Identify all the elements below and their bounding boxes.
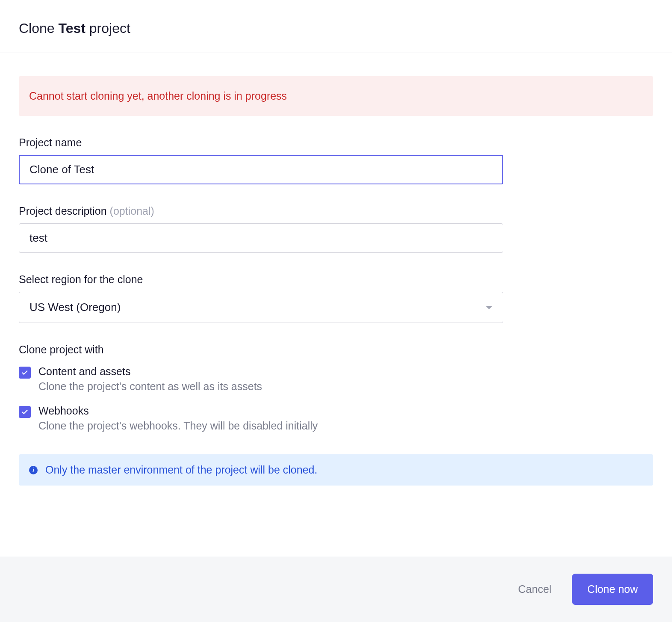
title-suffix: project xyxy=(85,21,130,36)
project-description-label: Project description (optional) xyxy=(19,205,653,217)
checkbox-content: Content and assets Clone the project's c… xyxy=(38,365,653,393)
checkbox-title: Webhooks xyxy=(38,405,653,417)
checkbox-content: Webhooks Clone the project's webhooks. T… xyxy=(38,405,653,432)
project-name-label: Project name xyxy=(19,136,653,149)
checkbox-description: Clone the project's content as well as i… xyxy=(38,380,653,393)
check-icon xyxy=(21,369,29,376)
dialog-content: Cannot start cloning yet, another clonin… xyxy=(0,53,672,557)
dialog-footer: Cancel Clone now xyxy=(0,557,672,622)
info-message: Only the master environment of the proje… xyxy=(45,464,317,476)
cancel-button[interactable]: Cancel xyxy=(510,575,560,603)
page-title: Clone Test project xyxy=(19,21,653,36)
clone-with-label: Clone project with xyxy=(19,344,653,356)
project-description-group: Project description (optional) xyxy=(19,205,653,253)
clone-with-group: Clone project with Content and assets Cl… xyxy=(19,344,653,432)
region-select[interactable]: US West (Oregon) xyxy=(19,292,503,323)
title-project-name: Test xyxy=(59,21,85,36)
error-message: Cannot start cloning yet, another clonin… xyxy=(29,90,287,102)
checkbox-item-content-assets: Content and assets Clone the project's c… xyxy=(19,365,653,393)
checkbox-group: Content and assets Clone the project's c… xyxy=(19,365,653,432)
checkbox-content-assets[interactable] xyxy=(19,367,31,379)
dialog-header: Clone Test project xyxy=(0,0,672,53)
info-icon: i xyxy=(29,466,38,474)
chevron-down-icon xyxy=(486,306,492,309)
region-group: Select region for the clone US West (Ore… xyxy=(19,273,653,323)
optional-indicator: (optional) xyxy=(110,205,154,217)
info-alert: i Only the master environment of the pro… xyxy=(19,454,653,486)
check-icon xyxy=(21,408,29,416)
region-value: US West (Oregon) xyxy=(29,301,121,314)
checkbox-item-webhooks: Webhooks Clone the project's webhooks. T… xyxy=(19,405,653,432)
checkbox-webhooks[interactable] xyxy=(19,406,31,418)
error-alert: Cannot start cloning yet, another clonin… xyxy=(19,76,653,116)
project-name-group: Project name xyxy=(19,136,653,184)
checkbox-description: Clone the project's webhooks. They will … xyxy=(38,420,653,432)
description-label-text: Project description xyxy=(19,205,110,217)
clone-now-button[interactable]: Clone now xyxy=(572,574,653,605)
project-description-input[interactable] xyxy=(19,223,503,253)
checkbox-title: Content and assets xyxy=(38,365,653,378)
region-label: Select region for the clone xyxy=(19,273,653,286)
title-prefix: Clone xyxy=(19,21,59,36)
project-name-input[interactable] xyxy=(19,155,503,184)
